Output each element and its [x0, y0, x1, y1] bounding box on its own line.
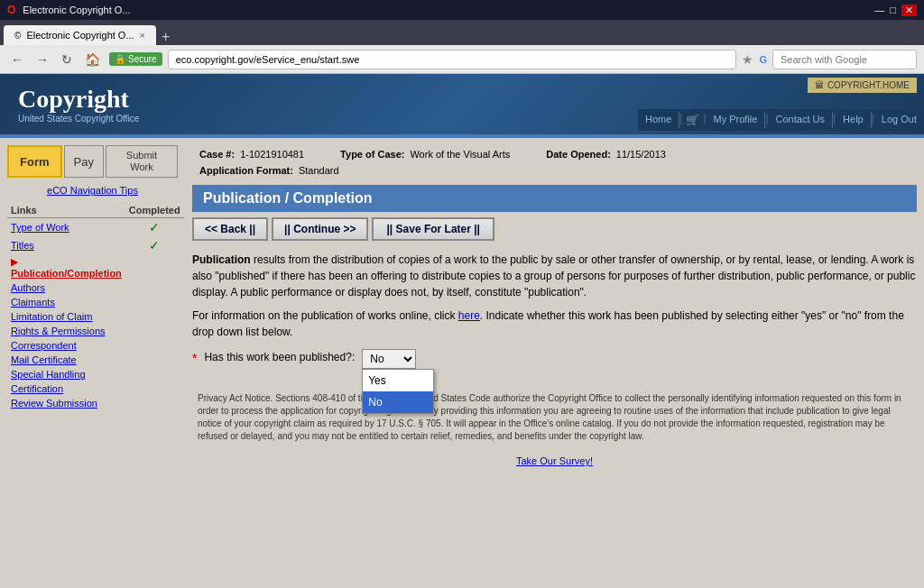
lock-icon: 🔒 [115, 54, 125, 64]
links-table-row: Rights & Permissions [7, 324, 184, 338]
new-tab-btn[interactable]: + [156, 29, 175, 45]
case-format-label: Application Format: [199, 165, 293, 176]
sidebar-link-limitation-of-claim[interactable]: Limitation of Claim [11, 311, 92, 322]
sidebar-link-special-handling[interactable]: Special Handling [11, 369, 86, 380]
action-buttons: << Back || || Continue >> || Save For La… [192, 217, 917, 241]
copyright-home-btn[interactable]: 🏛 COPYRIGHT.HOME [808, 78, 917, 93]
main-content: Copyright United States Copyright Office… [0, 74, 924, 588]
completed-check-9 [125, 367, 184, 381]
here-link[interactable]: here [458, 309, 480, 322]
completed-check-5 [125, 309, 184, 324]
links-table-row: Correspondent [7, 338, 184, 353]
header-nav: 🏛 COPYRIGHT.HOME Home | 🛒 | My Profile |… [638, 74, 924, 134]
sidebar-link-titles[interactable]: Titles [11, 240, 34, 251]
active-arrow: ▶ [11, 256, 18, 267]
forward-nav-btn[interactable]: → [32, 51, 52, 69]
sidebar-link-rights--permissions[interactable]: Rights & Permissions [11, 326, 106, 336]
header-logout-link[interactable]: Log Out [874, 112, 924, 128]
minimize-btn[interactable]: — [874, 5, 884, 16]
header-contact-link[interactable]: Contact Us [769, 112, 833, 128]
case-number-item: Case #: 1-1021910481 [199, 149, 304, 160]
header-home-link[interactable]: Home [638, 112, 679, 128]
completed-check-0: ✓ [125, 218, 184, 237]
sidebar-link-certification[interactable]: Certification [11, 383, 63, 394]
completed-check-3 [125, 280, 184, 295]
online-text-1: For information on the publication of wo… [192, 309, 458, 322]
completed-col-header: Completed [125, 203, 184, 218]
back-btn[interactable]: << Back || [192, 217, 268, 241]
tab-title: Electronic Copyright O... [26, 30, 134, 41]
published-dropdown[interactable]: No Yes [362, 349, 416, 369]
content-area: Publication results from the distributio… [192, 252, 917, 369]
home-nav-btn[interactable]: 🏠 [81, 51, 104, 69]
copyright-logo: Copyright United States Copyright Office [0, 74, 157, 134]
logo-text: Copyright [18, 85, 139, 114]
copyright-home-label: COPYRIGHT.HOME [827, 80, 910, 90]
completed-check-1: ✓ [125, 236, 184, 254]
submit-work-btn[interactable]: Submit Work [106, 145, 178, 178]
app-container: Form Pay Submit Work eCO Navigation Tips… [0, 138, 924, 588]
sidebar-link-type-of-work[interactable]: Type of Work [11, 222, 69, 233]
survey-link[interactable]: Take Our Survey! [192, 455, 917, 466]
sidebar: Form Pay Submit Work eCO Navigation Tips… [0, 138, 185, 588]
case-date-item: Date Opened: 11/15/2013 [546, 149, 666, 160]
publication-text: results from the distribution of copies … [192, 253, 915, 299]
completed-check-11 [125, 396, 184, 410]
secure-badge: 🔒 Secure [109, 52, 162, 66]
case-number-label: Case #: [199, 149, 235, 160]
back-nav-btn[interactable]: ← [7, 51, 27, 69]
title-bar: O Electronic Copyright O... — □ ✕ [0, 0, 924, 20]
continue-btn[interactable]: || Continue >> [272, 217, 368, 241]
copyright-header: Copyright United States Copyright Office… [0, 74, 924, 134]
header-cart-icon[interactable]: 🛒 [682, 112, 703, 128]
sidebar-link-review-submission[interactable]: Review Submission [11, 398, 97, 409]
save-for-later-btn[interactable]: || Save For Later || [372, 217, 494, 241]
case-format-row: Application Format: Standard [192, 161, 917, 179]
nav-bar: ← → ↻ 🏠 🔒 Secure ★ G [0, 45, 924, 74]
completed-check-4 [125, 295, 184, 309]
completed-check-7 [125, 338, 184, 353]
published-form-row: * Has this work been published?: No Yes … [192, 349, 917, 369]
address-bar[interactable] [168, 50, 737, 69]
sidebar-link-claimants[interactable]: Claimants [11, 297, 55, 308]
header-help-link[interactable]: Help [836, 112, 872, 128]
sidebar-link-correspondent[interactable]: Correspondent [11, 340, 77, 351]
reload-btn[interactable]: ↻ [58, 51, 76, 69]
dropdown-popup: Yes No [362, 369, 434, 414]
sidebar-link-authors[interactable]: Authors [11, 282, 45, 293]
sidebar-link-mail-certificate[interactable]: Mail Certificate [11, 354, 77, 365]
header-profile-link[interactable]: My Profile [707, 112, 766, 128]
title-bar-text: Electronic Copyright O... [23, 5, 130, 15]
sidebar-link-publicationcompletion[interactable]: Publication/Completion [11, 268, 122, 279]
case-type-label: Type of Case: [340, 149, 404, 160]
tab-favicon: © [14, 31, 21, 41]
links-table-row: Special Handling [7, 367, 184, 381]
search-input[interactable] [772, 50, 917, 69]
links-table-row: Certification [7, 381, 184, 396]
page-header: Publication / Completion [192, 185, 917, 212]
eco-tips-link[interactable]: eCO Navigation Tips [7, 185, 178, 196]
completed-check-2 [125, 254, 184, 280]
publication-paragraph: Publication results from the distributio… [192, 252, 917, 300]
dropdown-option-no[interactable]: No [363, 391, 433, 413]
close-btn[interactable]: ✕ [901, 5, 917, 16]
links-table-row: Review Submission [7, 396, 184, 410]
case-type-value: Work of the Visual Arts [410, 149, 510, 160]
bookmark-icon[interactable]: ★ [742, 52, 753, 67]
maximize-btn[interactable]: □ [890, 5, 896, 16]
completed-check-8 [125, 353, 184, 367]
links-table-row: Titles✓ [7, 236, 184, 254]
home-icon: 🏛 [815, 80, 824, 90]
dropdown-option-yes[interactable]: Yes [363, 370, 433, 391]
privacy-notice: Privacy Act Notice. Sections 408-410 of … [192, 387, 917, 448]
links-table-row: Type of Work✓ [7, 218, 184, 237]
publication-bold: Publication [192, 253, 251, 266]
dropdown-container: No Yes Yes No [362, 349, 416, 369]
tab-close-btn[interactable]: × [140, 30, 145, 41]
header-links: Home | 🛒 | My Profile | Contact Us | Hel… [638, 109, 924, 131]
pay-btn[interactable]: Pay [64, 145, 104, 178]
links-table-row: Claimants [7, 295, 184, 309]
form-btn[interactable]: Form [7, 145, 62, 178]
online-paragraph: For information on the publication of wo… [192, 308, 917, 340]
browser-tab[interactable]: © Electronic Copyright O... × [4, 25, 156, 45]
